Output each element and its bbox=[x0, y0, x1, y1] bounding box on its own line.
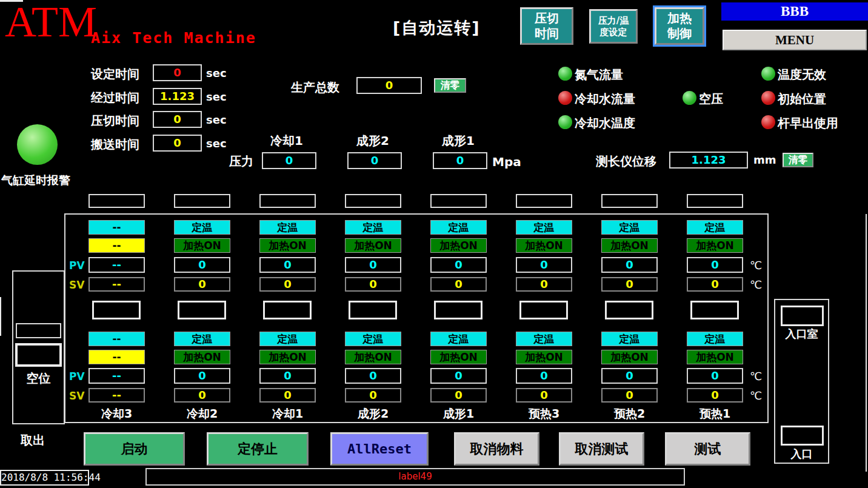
mode-cell[interactable]: -- bbox=[88, 220, 145, 235]
timer-unit: sec bbox=[206, 67, 227, 80]
material-slot-top bbox=[687, 194, 743, 208]
material-slot-mid bbox=[434, 301, 482, 319]
sv-value: 0 bbox=[601, 277, 658, 292]
datetime-display: 2018/8/8 11:56:44 bbox=[0, 470, 89, 486]
mode-cell[interactable]: 定温 bbox=[345, 220, 401, 235]
timer-label: 压切时间 bbox=[91, 113, 139, 128]
grid-column-label: 成形1 bbox=[430, 407, 487, 421]
indicator-lamp bbox=[558, 67, 572, 81]
heat-cell[interactable]: -- bbox=[88, 350, 145, 364]
pressure-value: 0 bbox=[262, 152, 316, 169]
heat-cell[interactable]: 加热ON bbox=[516, 350, 572, 364]
heat-cell[interactable]: 加热ON bbox=[601, 350, 658, 364]
pressure-value: 0 bbox=[347, 152, 402, 169]
indicator-lamp bbox=[683, 91, 696, 105]
indicator-label: 空压 bbox=[699, 92, 723, 106]
empty-position-label: 空位 bbox=[12, 371, 65, 386]
mode-cell[interactable]: 定温 bbox=[687, 220, 743, 235]
timer-unit: sec bbox=[206, 137, 227, 150]
heat-cell[interactable]: 加热ON bbox=[601, 238, 658, 253]
heat-cell[interactable]: 加热ON bbox=[345, 238, 401, 253]
mode-cell[interactable]: 定温 bbox=[259, 332, 316, 346]
heat-cell[interactable]: 加热ON bbox=[687, 238, 743, 253]
celsius-unit: ℃ bbox=[750, 389, 762, 402]
cylinder-alarm-label: 气缸延时报警 bbox=[1, 173, 70, 187]
mode-cell[interactable]: 定温 bbox=[174, 220, 230, 235]
right-edge-line bbox=[866, 214, 867, 472]
sv-value: 0 bbox=[687, 277, 743, 292]
heat-cell[interactable]: 加热ON bbox=[174, 350, 230, 364]
pv-value: -- bbox=[88, 368, 145, 384]
pv-value: 0 bbox=[345, 368, 401, 384]
pv-value: 0 bbox=[259, 368, 316, 384]
gauge-label: 测长仪位移 bbox=[596, 154, 656, 169]
mode-cell[interactable]: 定温 bbox=[430, 220, 487, 235]
entry-label: 入口 bbox=[774, 447, 829, 461]
heat-cell[interactable]: -- bbox=[88, 238, 145, 253]
mode-cell[interactable]: 定温 bbox=[259, 220, 316, 235]
pv-value: 0 bbox=[687, 368, 743, 384]
menu-button[interactable]: MENU bbox=[723, 30, 867, 50]
heat-cell[interactable]: 加热ON bbox=[430, 238, 487, 253]
heat-cell[interactable]: 加热ON bbox=[516, 238, 572, 253]
mode-cell[interactable]: 定温 bbox=[345, 332, 401, 346]
takeout-label: 取出 bbox=[21, 433, 45, 447]
mode-cell[interactable]: 定温 bbox=[174, 332, 230, 346]
mode-cell[interactable]: 定温 bbox=[601, 332, 658, 346]
test-button[interactable]: 测试 bbox=[665, 432, 750, 466]
status-bar: label49 bbox=[145, 468, 685, 486]
cancel-material-button[interactable]: 取消物料 bbox=[454, 432, 539, 466]
sv-value: 0 bbox=[345, 277, 401, 292]
pressure-unit: Mpa bbox=[492, 155, 521, 169]
heat-cell[interactable]: 加热ON bbox=[174, 238, 230, 253]
cancel-test-button[interactable]: 取消测试 bbox=[559, 432, 644, 466]
heat-cell[interactable]: 加热ON bbox=[259, 350, 316, 364]
mode-cell[interactable]: 定温 bbox=[516, 220, 572, 235]
production-label: 生产总数 bbox=[291, 80, 339, 95]
stop-button[interactable]: 定停止 bbox=[207, 432, 309, 466]
pressure-label: 压力 bbox=[229, 154, 253, 169]
heat-cell[interactable]: 加热ON bbox=[687, 350, 743, 364]
mode-cell[interactable]: -- bbox=[88, 332, 145, 346]
mode-cell[interactable]: 定温 bbox=[687, 332, 743, 346]
sv-value: 0 bbox=[516, 388, 572, 403]
heat-cell[interactable]: 加热ON bbox=[259, 238, 316, 253]
entry-chamber-label: 入口室 bbox=[774, 327, 829, 341]
nav-button-pressure-temp-setting[interactable]: 压力/温 度设定 bbox=[589, 9, 638, 44]
temperature-grid-frame bbox=[64, 213, 769, 423]
celsius-unit: ℃ bbox=[750, 370, 762, 383]
status-label: label49 bbox=[398, 471, 432, 482]
hmi-screen: ATM Aix Tech Machine [自动运转] BBB MENU 气缸延… bbox=[0, 0, 868, 488]
start-button[interactable]: 启动 bbox=[84, 432, 185, 466]
pv-value: 0 bbox=[601, 368, 658, 384]
pv-value: 0 bbox=[516, 368, 572, 384]
pv-value: 0 bbox=[601, 257, 658, 273]
gauge-clear-button[interactable]: 清零 bbox=[783, 153, 813, 167]
pv-row-label: PV bbox=[69, 259, 85, 272]
celsius-unit: ℃ bbox=[750, 259, 762, 272]
heat-cell[interactable]: 加热ON bbox=[430, 350, 487, 364]
sv-value: -- bbox=[88, 388, 145, 403]
pv-value: 0 bbox=[345, 257, 401, 273]
nav-button-heat-control[interactable]: 加热 制御 bbox=[655, 7, 704, 45]
pv-value: 0 bbox=[516, 257, 572, 273]
sv-row-label: SV bbox=[69, 390, 84, 402]
pv-value: 0 bbox=[174, 257, 230, 273]
nav-button-press-cut-time[interactable]: 压切 时间 bbox=[520, 7, 573, 45]
all-reset-button[interactable]: AllReset bbox=[330, 432, 429, 466]
heat-cell[interactable]: 加热ON bbox=[345, 350, 401, 364]
material-slot-top bbox=[174, 194, 230, 208]
page-title: BBB bbox=[721, 2, 868, 21]
cylinder-alarm-lamp bbox=[17, 124, 58, 165]
sv-row-label: SV bbox=[69, 279, 84, 291]
pressure-value: 0 bbox=[433, 152, 487, 169]
pv-row-label: PV bbox=[69, 370, 85, 383]
sv-value: 0 bbox=[601, 388, 658, 403]
mode-cell[interactable]: 定温 bbox=[601, 220, 658, 235]
mode-cell[interactable]: 定温 bbox=[516, 332, 572, 346]
production-clear-button[interactable]: 清零 bbox=[434, 78, 466, 93]
pressure-channel-label: 冷却1 bbox=[270, 133, 303, 148]
indicator-label: 初始位置 bbox=[778, 92, 826, 106]
machine-logo: ATM bbox=[5, 0, 97, 44]
mode-cell[interactable]: 定温 bbox=[430, 332, 487, 346]
